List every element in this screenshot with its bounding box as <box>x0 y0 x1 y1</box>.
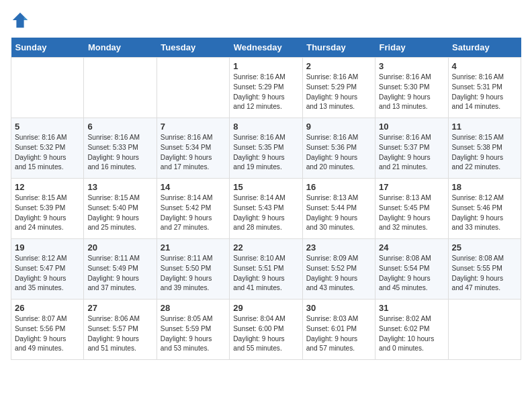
calendar-cell-2-3: 15Sunrise: 8:14 AM Sunset: 5:43 PM Dayli… <box>230 179 302 239</box>
weekday-header-sunday: Sunday <box>11 38 84 58</box>
day-number: 14 <box>161 182 226 192</box>
day-detail: Sunrise: 8:15 AM Sunset: 5:39 PM Dayligh… <box>15 193 80 233</box>
logo-icon <box>11 11 30 30</box>
calendar-cell-2-2: 14Sunrise: 8:14 AM Sunset: 5:42 PM Dayli… <box>157 179 229 239</box>
day-number: 6 <box>87 122 152 132</box>
calendar-cell-2-0: 12Sunrise: 8:15 AM Sunset: 5:39 PM Dayli… <box>11 179 84 239</box>
day-number: 31 <box>379 303 444 313</box>
calendar-cell-4-2: 28Sunrise: 8:05 AM Sunset: 5:59 PM Dayli… <box>157 300 229 360</box>
calendar-cell-3-5: 24Sunrise: 8:08 AM Sunset: 5:54 PM Dayli… <box>375 239 448 300</box>
day-detail: Sunrise: 8:03 AM Sunset: 6:01 PM Dayligh… <box>306 314 371 354</box>
day-detail: Sunrise: 8:12 AM Sunset: 5:47 PM Dayligh… <box>15 254 80 293</box>
day-number: 13 <box>87 182 152 192</box>
day-detail: Sunrise: 8:16 AM Sunset: 5:31 PM Dayligh… <box>452 73 517 112</box>
day-detail: Sunrise: 8:16 AM Sunset: 5:29 PM Dayligh… <box>233 73 298 112</box>
weekday-header-wednesday: Wednesday <box>230 38 302 58</box>
day-number: 2 <box>306 61 371 71</box>
calendar-cell-0-6: 4Sunrise: 8:16 AM Sunset: 5:31 PM Daylig… <box>448 58 521 118</box>
day-number: 25 <box>452 242 517 253</box>
weekday-header-thursday: Thursday <box>302 38 375 58</box>
calendar-cell-0-4: 2Sunrise: 8:16 AM Sunset: 5:29 PM Daylig… <box>302 58 375 118</box>
day-number: 11 <box>452 122 517 132</box>
day-detail: Sunrise: 8:16 AM Sunset: 5:29 PM Dayligh… <box>306 73 371 112</box>
calendar-cell-2-4: 16Sunrise: 8:13 AM Sunset: 5:44 PM Dayli… <box>302 179 375 239</box>
calendar-cell-2-5: 17Sunrise: 8:13 AM Sunset: 5:45 PM Dayli… <box>375 179 448 239</box>
day-detail: Sunrise: 8:15 AM Sunset: 5:40 PM Dayligh… <box>87 193 152 233</box>
day-number: 17 <box>379 182 444 192</box>
day-detail: Sunrise: 8:07 AM Sunset: 5:56 PM Dayligh… <box>15 314 80 354</box>
day-detail: Sunrise: 8:15 AM Sunset: 5:38 PM Dayligh… <box>452 133 517 173</box>
day-number: 29 <box>233 303 298 313</box>
day-number: 18 <box>452 182 517 192</box>
calendar-cell-1-4: 9Sunrise: 8:16 AM Sunset: 5:36 PM Daylig… <box>302 118 375 179</box>
calendar-cell-0-1 <box>84 58 157 118</box>
day-detail: Sunrise: 8:16 AM Sunset: 5:37 PM Dayligh… <box>379 133 444 173</box>
day-detail: Sunrise: 8:14 AM Sunset: 5:43 PM Dayligh… <box>233 193 298 233</box>
weekday-header-saturday: Saturday <box>448 38 521 58</box>
day-number: 10 <box>379 122 444 132</box>
calendar-cell-4-1: 27Sunrise: 8:06 AM Sunset: 5:57 PM Dayli… <box>84 300 157 360</box>
day-detail: Sunrise: 8:16 AM Sunset: 5:33 PM Dayligh… <box>87 133 152 173</box>
weekday-header-friday: Friday <box>375 38 448 58</box>
day-number: 12 <box>15 182 80 192</box>
day-detail: Sunrise: 8:16 AM Sunset: 5:32 PM Dayligh… <box>15 133 80 173</box>
page-header <box>11 11 521 30</box>
day-detail: Sunrise: 8:04 AM Sunset: 6:00 PM Dayligh… <box>233 314 298 354</box>
day-number: 5 <box>15 122 80 132</box>
calendar-cell-4-0: 26Sunrise: 8:07 AM Sunset: 5:56 PM Dayli… <box>11 300 84 360</box>
day-detail: Sunrise: 8:06 AM Sunset: 5:57 PM Dayligh… <box>87 314 152 354</box>
logo <box>11 11 32 30</box>
day-detail: Sunrise: 8:11 AM Sunset: 5:49 PM Dayligh… <box>87 254 152 293</box>
day-detail: Sunrise: 8:13 AM Sunset: 5:45 PM Dayligh… <box>379 193 444 233</box>
day-detail: Sunrise: 8:16 AM Sunset: 5:34 PM Dayligh… <box>161 133 226 173</box>
calendar-cell-3-0: 19Sunrise: 8:12 AM Sunset: 5:47 PM Dayli… <box>11 239 84 300</box>
calendar-cell-1-3: 8Sunrise: 8:16 AM Sunset: 5:35 PM Daylig… <box>230 118 302 179</box>
calendar-cell-0-2 <box>157 58 229 118</box>
day-detail: Sunrise: 8:11 AM Sunset: 5:50 PM Dayligh… <box>161 254 226 293</box>
calendar-cell-4-5: 31Sunrise: 8:02 AM Sunset: 6:02 PM Dayli… <box>375 300 448 360</box>
day-detail: Sunrise: 8:09 AM Sunset: 5:52 PM Dayligh… <box>306 254 371 293</box>
calendar-cell-1-5: 10Sunrise: 8:16 AM Sunset: 5:37 PM Dayli… <box>375 118 448 179</box>
calendar-cell-2-6: 18Sunrise: 8:12 AM Sunset: 5:46 PM Dayli… <box>448 179 521 239</box>
calendar-cell-2-1: 13Sunrise: 8:15 AM Sunset: 5:40 PM Dayli… <box>84 179 157 239</box>
calendar-cell-3-2: 21Sunrise: 8:11 AM Sunset: 5:50 PM Dayli… <box>157 239 229 300</box>
day-detail: Sunrise: 8:12 AM Sunset: 5:46 PM Dayligh… <box>452 193 517 233</box>
day-detail: Sunrise: 8:16 AM Sunset: 5:36 PM Dayligh… <box>306 133 371 173</box>
day-detail: Sunrise: 8:10 AM Sunset: 5:51 PM Dayligh… <box>233 254 298 293</box>
day-detail: Sunrise: 8:14 AM Sunset: 5:42 PM Dayligh… <box>161 193 226 233</box>
day-number: 24 <box>379 242 444 253</box>
day-number: 30 <box>306 303 371 313</box>
day-number: 28 <box>161 303 226 313</box>
day-detail: Sunrise: 8:13 AM Sunset: 5:44 PM Dayligh… <box>306 193 371 233</box>
calendar-cell-1-1: 6Sunrise: 8:16 AM Sunset: 5:33 PM Daylig… <box>84 118 157 179</box>
calendar-cell-0-3: 1Sunrise: 8:16 AM Sunset: 5:29 PM Daylig… <box>230 58 302 118</box>
day-number: 16 <box>306 182 371 192</box>
day-detail: Sunrise: 8:05 AM Sunset: 5:59 PM Dayligh… <box>161 314 226 354</box>
weekday-header-monday: Monday <box>84 38 157 58</box>
day-detail: Sunrise: 8:08 AM Sunset: 5:54 PM Dayligh… <box>379 254 444 293</box>
day-detail: Sunrise: 8:16 AM Sunset: 5:35 PM Dayligh… <box>233 133 298 173</box>
day-number: 4 <box>452 61 517 71</box>
calendar-table: SundayMondayTuesdayWednesdayThursdayFrid… <box>11 38 521 360</box>
day-detail: Sunrise: 8:08 AM Sunset: 5:55 PM Dayligh… <box>452 254 517 293</box>
day-number: 20 <box>87 242 152 253</box>
calendar-cell-4-6 <box>448 300 521 360</box>
day-number: 22 <box>233 242 298 253</box>
calendar-cell-0-0 <box>11 58 84 118</box>
weekday-header-tuesday: Tuesday <box>157 38 229 58</box>
calendar-cell-4-4: 30Sunrise: 8:03 AM Sunset: 6:01 PM Dayli… <box>302 300 375 360</box>
calendar-cell-3-1: 20Sunrise: 8:11 AM Sunset: 5:49 PM Dayli… <box>84 239 157 300</box>
day-number: 27 <box>87 303 152 313</box>
day-number: 1 <box>233 61 298 71</box>
day-number: 15 <box>233 182 298 192</box>
calendar-cell-4-3: 29Sunrise: 8:04 AM Sunset: 6:00 PM Dayli… <box>230 300 302 360</box>
calendar-cell-3-6: 25Sunrise: 8:08 AM Sunset: 5:55 PM Dayli… <box>448 239 521 300</box>
day-number: 8 <box>233 122 298 132</box>
day-number: 7 <box>161 122 226 132</box>
calendar-cell-0-5: 3Sunrise: 8:16 AM Sunset: 5:30 PM Daylig… <box>375 58 448 118</box>
day-detail: Sunrise: 8:02 AM Sunset: 6:02 PM Dayligh… <box>379 314 444 354</box>
day-number: 21 <box>161 242 226 253</box>
calendar-cell-1-6: 11Sunrise: 8:15 AM Sunset: 5:38 PM Dayli… <box>448 118 521 179</box>
day-number: 9 <box>306 122 371 132</box>
calendar-cell-1-0: 5Sunrise: 8:16 AM Sunset: 5:32 PM Daylig… <box>11 118 84 179</box>
